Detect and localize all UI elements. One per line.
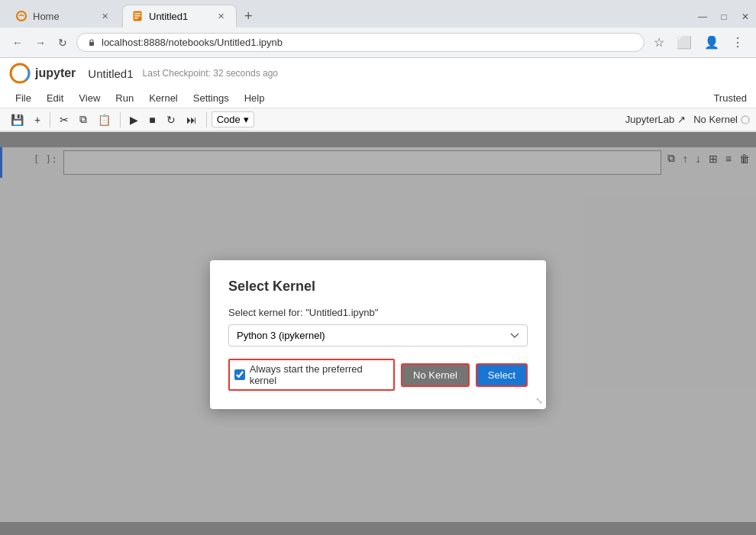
menu-settings[interactable]: Settings bbox=[187, 90, 235, 106]
jupyterlab-label: JupyterLab bbox=[625, 114, 674, 125]
run-button[interactable]: ▶ bbox=[125, 111, 143, 128]
menu-help[interactable]: Help bbox=[238, 90, 271, 106]
select-kernel-button[interactable]: Select bbox=[476, 363, 528, 387]
home-tab-label: Home bbox=[33, 11, 60, 22]
kernel-select[interactable]: Python 3 (ipykernel) bbox=[228, 324, 528, 346]
svg-rect-4 bbox=[134, 18, 138, 19]
toolbar-sep-3 bbox=[206, 112, 207, 127]
jupyter-logo-icon bbox=[9, 63, 31, 84]
svg-rect-3 bbox=[134, 15, 141, 17]
svg-point-0 bbox=[17, 11, 26, 21]
browser-chrome: Home ✕ Untitled1 ✕ + — □ ✕ ← → ↻ localho… bbox=[0, 0, 756, 58]
restart-run-button[interactable]: ⏭ bbox=[182, 111, 202, 128]
checkpoint-text: Last Checkpoint: 32 seconds ago bbox=[143, 68, 278, 79]
no-kernel-button[interactable]: No Kernel bbox=[401, 363, 470, 387]
notebook-tab-icon bbox=[132, 11, 143, 21]
url-box[interactable]: localhost:8888/notebooks/Untitled1.ipynb bbox=[76, 33, 645, 52]
notebook-tab-close[interactable]: ✕ bbox=[215, 10, 227, 22]
copy-button[interactable]: ⧉ bbox=[75, 111, 92, 128]
always-start-text: Always start the preferred kernel bbox=[250, 363, 389, 386]
modal-overlay: Select Kernel Select kernel for: "Untitl… bbox=[0, 132, 756, 535]
menu-edit[interactable]: Edit bbox=[40, 90, 69, 106]
minimize-button[interactable]: — bbox=[692, 6, 713, 27]
notebook-name[interactable]: Untitled1 bbox=[88, 67, 133, 80]
close-button[interactable]: ✕ bbox=[735, 6, 756, 27]
jupyter-toolbar: 💾 + ✂ ⧉ 📋 ▶ ■ ↻ ⏭ Code ▾ JupyterLab ↗ No… bbox=[0, 108, 756, 131]
stop-button[interactable]: ■ bbox=[144, 111, 160, 128]
notebook-tab-label: Untitled1 bbox=[149, 11, 188, 22]
menu-file[interactable]: File bbox=[9, 90, 37, 106]
no-kernel-indicator: No Kernel bbox=[693, 114, 750, 125]
resize-handle[interactable]: ⤡ bbox=[535, 395, 543, 406]
always-start-label[interactable]: Always start the preferred kernel bbox=[228, 359, 395, 391]
profile-button[interactable]: 👤 bbox=[701, 32, 722, 53]
select-kernel-modal: Select Kernel Select kernel for: "Untitl… bbox=[210, 260, 546, 409]
cut-button[interactable]: ✂ bbox=[55, 111, 73, 128]
modal-footer: Always start the preferred kernel No Ker… bbox=[228, 359, 528, 391]
svg-rect-5 bbox=[89, 42, 94, 46]
kernel-status-circle bbox=[741, 115, 750, 124]
modal-title: Select Kernel bbox=[228, 279, 528, 295]
menu-run[interactable]: Run bbox=[109, 90, 140, 106]
notebook-area: [ ]: ⧉ ↑ ↓ ⊞ ≡ 🗑 Select Kernel Select ke… bbox=[0, 132, 756, 535]
modal-label: Select kernel for: "Untitled1.ipynb" bbox=[228, 307, 528, 318]
reload-button[interactable]: ↻ bbox=[55, 34, 70, 52]
menu-view[interactable]: View bbox=[73, 90, 106, 106]
home-tab-icon bbox=[16, 11, 27, 21]
tab-bar: Home ✕ Untitled1 ✕ + — □ ✕ bbox=[0, 0, 756, 27]
restart-button[interactable]: ↻ bbox=[162, 111, 180, 128]
always-start-checkbox[interactable] bbox=[234, 369, 245, 380]
toolbar-sep-2 bbox=[120, 112, 121, 127]
address-bar: ← → ↻ localhost:8888/notebooks/Untitled1… bbox=[0, 27, 756, 57]
toolbar-sep-1 bbox=[50, 112, 50, 127]
trusted-badge[interactable]: Trusted bbox=[713, 92, 747, 104]
home-tab-close[interactable]: ✕ bbox=[99, 10, 111, 22]
maximize-button[interactable]: □ bbox=[713, 6, 735, 27]
jupyter-logo: jupyter bbox=[9, 63, 76, 84]
add-cell-button[interactable]: + bbox=[30, 111, 45, 128]
no-kernel-label: No Kernel bbox=[693, 114, 738, 125]
jupyter-menubar: File Edit View Run Kernel Settings Help … bbox=[0, 89, 756, 108]
back-button[interactable]: ← bbox=[9, 34, 26, 52]
url-text[interactable]: localhost:8888/notebooks/Untitled1.ipynb bbox=[102, 37, 635, 48]
jupyter-brand-text: jupyter bbox=[35, 66, 76, 80]
forward-button[interactable]: → bbox=[32, 34, 49, 52]
tab-home[interactable]: Home ✕ bbox=[6, 5, 121, 27]
menu-button[interactable]: ⋮ bbox=[729, 32, 747, 53]
cell-type-label: Code bbox=[217, 114, 241, 125]
tab-notebook[interactable]: Untitled1 ✕ bbox=[122, 5, 237, 27]
svg-rect-2 bbox=[134, 13, 141, 15]
paste-button[interactable]: 📋 bbox=[93, 111, 115, 128]
sidebar-button[interactable]: ⬜ bbox=[674, 32, 695, 53]
lock-icon bbox=[86, 37, 97, 48]
save-button[interactable]: 💾 bbox=[6, 111, 28, 128]
menu-kernel[interactable]: Kernel bbox=[143, 90, 184, 106]
jupyterlab-external-icon: ↗ bbox=[677, 114, 686, 125]
jupyterlab-button[interactable]: JupyterLab ↗ bbox=[625, 114, 686, 125]
jupyter-header: jupyter Untitled1 Last Checkpoint: 32 se… bbox=[0, 58, 756, 132]
new-tab-button[interactable]: + bbox=[238, 5, 259, 27]
cell-type-select[interactable]: Code ▾ bbox=[212, 111, 254, 127]
bookmark-button[interactable]: ☆ bbox=[651, 32, 667, 53]
jupyter-title-bar: jupyter Untitled1 Last Checkpoint: 32 se… bbox=[0, 58, 756, 89]
cell-type-chevron: ▾ bbox=[244, 114, 249, 125]
